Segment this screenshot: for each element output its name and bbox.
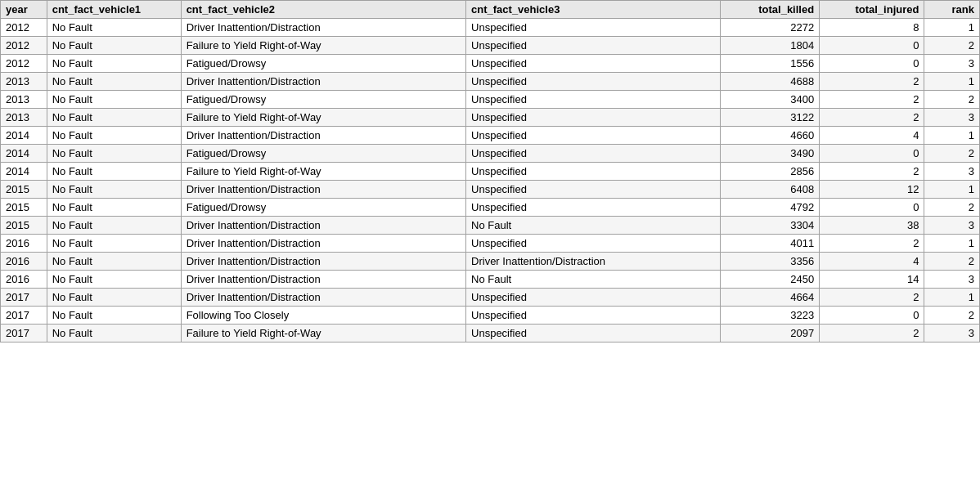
cell-cnt_fact_vehicle3: No Fault [466,217,721,235]
cell-cnt_fact_vehicle1: No Fault [47,271,181,289]
col-header-v3[interactable]: cnt_fact_vehicle3 [466,1,721,19]
col-header-year[interactable]: year [1,1,47,19]
cell-cnt_fact_vehicle2: Fatigued/Drowsy [181,145,465,163]
table-row: 2012No FaultFailure to Yield Right-of-Wa… [1,37,980,55]
col-header-v1[interactable]: cnt_fact_vehicle1 [47,1,181,19]
cell-cnt_fact_vehicle2: Driver Inattention/Distraction [181,235,465,253]
cell-total_killed: 2272 [720,19,820,37]
cell-year: 2016 [1,235,47,253]
table-row: 2016No FaultDriver Inattention/Distracti… [1,271,980,289]
cell-rank: 1 [924,19,980,37]
cell-cnt_fact_vehicle1: No Fault [47,199,181,217]
cell-cnt_fact_vehicle2: Driver Inattention/Distraction [181,289,465,307]
cell-cnt_fact_vehicle2: Failure to Yield Right-of-Way [181,325,465,342]
table-row: 2017No FaultDriver Inattention/Distracti… [1,289,980,307]
cell-total_killed: 2856 [720,163,820,181]
cell-cnt_fact_vehicle1: No Fault [47,37,181,55]
cell-cnt_fact_vehicle1: No Fault [47,235,181,253]
cell-cnt_fact_vehicle2: Driver Inattention/Distraction [181,19,465,37]
cell-total_injured: 0 [820,55,924,73]
cell-rank: 3 [924,163,980,181]
table-row: 2017No FaultFailure to Yield Right-of-Wa… [1,325,980,342]
cell-cnt_fact_vehicle3: Unspecified [466,37,721,55]
cell-total_injured: 14 [820,271,924,289]
cell-cnt_fact_vehicle2: Failure to Yield Right-of-Way [181,163,465,181]
cell-cnt_fact_vehicle1: No Fault [47,307,181,325]
cell-cnt_fact_vehicle3: Unspecified [466,109,721,127]
cell-rank: 1 [924,235,980,253]
cell-total_injured: 4 [820,127,924,145]
col-header-v2[interactable]: cnt_fact_vehicle2 [181,1,465,19]
table-row: 2012No FaultFatigued/DrowsyUnspecified15… [1,55,980,73]
cell-rank: 1 [924,127,980,145]
cell-total_injured: 0 [820,145,924,163]
cell-cnt_fact_vehicle1: No Fault [47,253,181,271]
cell-rank: 1 [924,181,980,199]
cell-cnt_fact_vehicle3: Unspecified [466,307,721,325]
cell-rank: 1 [924,289,980,307]
cell-cnt_fact_vehicle1: No Fault [47,55,181,73]
cell-cnt_fact_vehicle2: Failure to Yield Right-of-Way [181,37,465,55]
cell-year: 2013 [1,73,47,91]
table-row: 2015No FaultDriver Inattention/Distracti… [1,181,980,199]
cell-total_killed: 4792 [720,199,820,217]
cell-year: 2012 [1,55,47,73]
table-row: 2015No FaultFatigued/DrowsyUnspecified47… [1,199,980,217]
cell-rank: 3 [924,271,980,289]
cell-total_injured: 0 [820,307,924,325]
cell-rank: 2 [924,91,980,109]
cell-rank: 2 [924,253,980,271]
cell-cnt_fact_vehicle3: Unspecified [466,73,721,91]
cell-cnt_fact_vehicle3: Unspecified [466,91,721,109]
cell-total_injured: 8 [820,19,924,37]
cell-total_killed: 4011 [720,235,820,253]
cell-total_injured: 38 [820,217,924,235]
cell-year: 2017 [1,325,47,342]
table-row: 2015No FaultDriver Inattention/Distracti… [1,217,980,235]
cell-cnt_fact_vehicle3: Unspecified [466,199,721,217]
cell-cnt_fact_vehicle1: No Fault [47,325,181,342]
cell-rank: 2 [924,37,980,55]
cell-year: 2015 [1,217,47,235]
cell-year: 2013 [1,109,47,127]
table-row: 2017No FaultFollowing Too CloselyUnspeci… [1,307,980,325]
col-header-killed[interactable]: total_killed [720,1,820,19]
cell-total_killed: 3490 [720,145,820,163]
col-header-rank[interactable]: rank [924,1,980,19]
cell-cnt_fact_vehicle1: No Fault [47,73,181,91]
cell-total_killed: 3400 [720,91,820,109]
cell-year: 2012 [1,37,47,55]
col-header-injured[interactable]: total_injured [820,1,924,19]
table-row: 2014No FaultDriver Inattention/Distracti… [1,127,980,145]
cell-total_injured: 2 [820,289,924,307]
cell-cnt_fact_vehicle1: No Fault [47,145,181,163]
cell-cnt_fact_vehicle2: Failure to Yield Right-of-Way [181,109,465,127]
cell-rank: 2 [924,145,980,163]
cell-total_injured: 4 [820,253,924,271]
cell-year: 2017 [1,307,47,325]
cell-cnt_fact_vehicle2: Driver Inattention/Distraction [181,127,465,145]
cell-total_killed: 4688 [720,73,820,91]
table-row: 2012No FaultDriver Inattention/Distracti… [1,19,980,37]
cell-total_killed: 3356 [720,253,820,271]
cell-year: 2016 [1,253,47,271]
cell-year: 2012 [1,19,47,37]
cell-total_killed: 2097 [720,325,820,342]
cell-cnt_fact_vehicle1: No Fault [47,19,181,37]
cell-cnt_fact_vehicle3: Unspecified [466,145,721,163]
cell-cnt_fact_vehicle1: No Fault [47,163,181,181]
cell-total_killed: 6408 [720,181,820,199]
cell-cnt_fact_vehicle2: Fatigued/Drowsy [181,91,465,109]
cell-cnt_fact_vehicle3: Unspecified [466,163,721,181]
cell-year: 2017 [1,289,47,307]
cell-cnt_fact_vehicle2: Driver Inattention/Distraction [181,181,465,199]
table-row: 2013No FaultDriver Inattention/Distracti… [1,73,980,91]
cell-cnt_fact_vehicle3: No Fault [466,271,721,289]
cell-total_injured: 2 [820,73,924,91]
cell-cnt_fact_vehicle2: Driver Inattention/Distraction [181,217,465,235]
cell-total_killed: 4660 [720,127,820,145]
cell-cnt_fact_vehicle3: Driver Inattention/Distraction [466,253,721,271]
cell-cnt_fact_vehicle1: No Fault [47,91,181,109]
cell-cnt_fact_vehicle2: Driver Inattention/Distraction [181,73,465,91]
cell-cnt_fact_vehicle2: Fatigued/Drowsy [181,199,465,217]
